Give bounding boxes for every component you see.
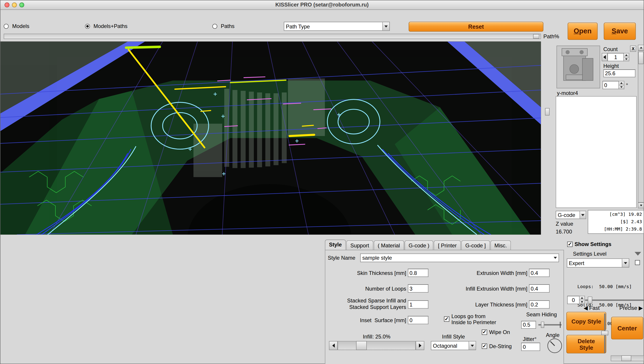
delete-style-button[interactable]: Delete Style — [566, 335, 606, 353]
style-name-dropdown[interactable]: sample style — [360, 254, 559, 262]
tab-style[interactable]: Style — [325, 239, 346, 251]
seam-hiding-label: Seam Hiding — [522, 311, 561, 318]
gcode-dropdown[interactable]: G-code — [556, 211, 586, 219]
show-settings-checkbox[interactable]: ✓ — [567, 242, 572, 247]
style-vertical-slider[interactable] — [601, 313, 608, 353]
path-percent-slider-thumb[interactable] — [533, 34, 539, 39]
tab-misc[interactable]: Misc. — [490, 240, 511, 251]
path-type-arrow-icon[interactable] — [382, 22, 389, 31]
speed-spin-down-icon[interactable] — [580, 300, 584, 303]
count-stepper[interactable] — [602, 53, 629, 61]
bottom-right-scrollbar-thumb[interactable] — [622, 355, 631, 361]
speed-slider-thumb[interactable] — [588, 297, 592, 303]
reset-button[interactable]: Reset — [408, 22, 543, 32]
radio-paths[interactable]: Paths — [212, 23, 234, 29]
seam-hiding-field[interactable] — [521, 321, 536, 329]
tab-printer[interactable]: [ Printer — [434, 240, 461, 251]
rotation-spin-up-icon[interactable] — [619, 81, 624, 85]
wipe-on-label: Wipe On — [489, 329, 510, 335]
count-input[interactable] — [608, 53, 624, 61]
destring-checkbox[interactable]: ✓ — [482, 343, 487, 349]
stacked-label-line2: Stacked Support Layers — [325, 304, 406, 310]
tab-support[interactable]: Support — [346, 240, 373, 251]
z-value-label: Z value — [556, 221, 573, 227]
bottom-right-scrollbar[interactable] — [611, 355, 644, 361]
copy-style-button[interactable]: Copy Style — [566, 312, 606, 330]
save-label-rest: ave — [616, 27, 628, 35]
speed-stepper[interactable] — [567, 296, 585, 304]
delete-style-label: Delete Style — [570, 337, 602, 351]
close-panel-button[interactable]: X — [630, 46, 636, 52]
infill-slider-right-icon[interactable] — [416, 341, 424, 350]
panel-scrollbar-thumb[interactable] — [638, 52, 644, 64]
radio-models-paths-circle[interactable] — [85, 24, 90, 29]
angle-label: Angle — [546, 332, 560, 338]
settings-level-label: Settings Level — [573, 251, 607, 257]
tab-gcode-open[interactable]: G-code ) — [404, 240, 434, 251]
app-window: KISSlicer PRO (setar@roboforum.ru) Model… — [0, 0, 644, 364]
style-name-label: Style Name — [328, 255, 355, 261]
panel-scrollbar[interactable] — [638, 45, 644, 208]
viewport-3d[interactable] — [0, 42, 541, 235]
gcode-dropdown-arrow-icon[interactable] — [580, 211, 586, 218]
extrusion-width-field[interactable] — [529, 269, 550, 277]
infill-slider-thumb[interactable] — [356, 341, 367, 350]
inset-surface-field[interactable] — [408, 316, 428, 324]
number-of-loops-label: Number of Loops — [325, 286, 406, 292]
settings-level-arrow-icon[interactable] — [622, 259, 629, 267]
settings-level-dropdown[interactable]: Expert — [567, 259, 629, 267]
speed-stepper-spin[interactable] — [580, 296, 585, 304]
model-thumbnail[interactable] — [556, 46, 600, 88]
infill-slider[interactable] — [329, 341, 424, 350]
speed-stepper-input[interactable] — [567, 296, 580, 304]
path-percent-label: Path% — [543, 33, 559, 40]
radio-models[interactable]: Models — [4, 23, 30, 29]
rotation-spin[interactable] — [619, 81, 624, 89]
jitter-field[interactable] — [521, 343, 540, 351]
path-type-dropdown[interactable]: Path Type — [284, 22, 390, 31]
panel-scrollbar-up-icon[interactable] — [638, 45, 644, 51]
radio-models-paths[interactable]: Models+Paths — [85, 23, 128, 29]
model-list[interactable] — [556, 96, 636, 208]
rotation-input[interactable] — [602, 81, 619, 89]
style-name-arrow-icon[interactable] — [552, 254, 558, 262]
infill-extrusion-width-field[interactable] — [529, 284, 550, 293]
panel-scrollbar-down-icon[interactable] — [638, 203, 644, 208]
infill-style-arrow-icon[interactable] — [468, 341, 476, 350]
infill-style-value: Octagonal — [431, 342, 468, 349]
stacked-layers-field[interactable] — [408, 300, 428, 309]
skin-thickness-field[interactable] — [408, 269, 428, 277]
path-percent-slider[interactable] — [4, 34, 541, 39]
height-field[interactable] — [603, 69, 635, 77]
infill-style-dropdown[interactable]: Octagonal — [431, 341, 476, 350]
wipe-on-checkbox[interactable]: ✓ — [482, 329, 487, 335]
radio-paths-circle[interactable] — [212, 24, 217, 29]
degree-label: ° — [626, 82, 628, 88]
style-vertical-slider-thumb[interactable] — [601, 331, 608, 335]
count-spin[interactable] — [624, 53, 629, 61]
center-button[interactable]: Center — [611, 317, 643, 339]
extrusion-width-label: Extrusion Width [mm] — [446, 270, 527, 276]
infill-slider-left-icon[interactable] — [329, 341, 338, 350]
open-button[interactable]: Open — [568, 23, 598, 40]
expert-extra-checkbox[interactable] — [635, 260, 640, 265]
rotation-spin-down-icon[interactable] — [619, 85, 624, 89]
save-button[interactable]: Save — [604, 23, 636, 40]
angle-dial[interactable] — [547, 338, 562, 354]
rotation-stepper[interactable]: ° — [602, 81, 628, 89]
precise-label: Precise ▶ — [612, 305, 643, 311]
splitter-grip[interactable] — [545, 108, 550, 116]
seam-hiding-slider[interactable] — [538, 322, 562, 328]
number-of-loops-field[interactable] — [408, 284, 428, 293]
speed-slider[interactable] — [585, 297, 644, 303]
layer-thickness-field[interactable] — [529, 300, 550, 309]
count-decrement-icon[interactable] — [602, 53, 608, 61]
tab-gcode-close[interactable]: G-code ] — [461, 240, 490, 251]
speed-spin-up-icon[interactable] — [580, 296, 584, 300]
seam-hiding-slider-thumb[interactable] — [541, 322, 544, 328]
radio-models-circle[interactable] — [4, 24, 9, 29]
loops-inside-checkbox[interactable]: ✓ — [444, 316, 449, 322]
tab-material[interactable]: ( Material — [374, 240, 404, 251]
count-spin-up-icon[interactable] — [624, 54, 629, 57]
count-spin-down-icon[interactable] — [624, 57, 629, 61]
